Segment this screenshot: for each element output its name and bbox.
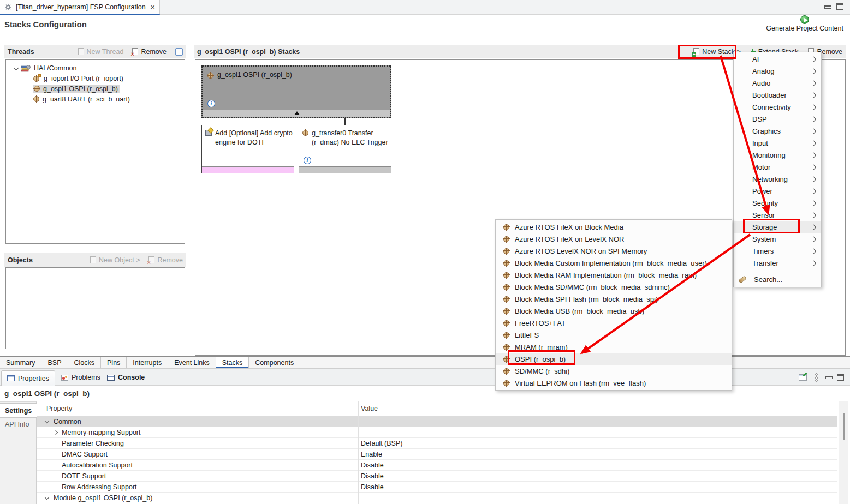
- pin-icon[interactable]: [799, 374, 807, 381]
- new-thread-button[interactable]: New Thread: [78, 48, 124, 56]
- chevron-right-icon: [811, 68, 817, 74]
- tab-problems-view[interactable]: Problems: [61, 369, 100, 386]
- chevron-down-icon[interactable]: [14, 65, 19, 71]
- objects-panel: [5, 267, 185, 349]
- storage-item-littlefs[interactable]: LittleFS: [496, 329, 732, 341]
- tab-api-info[interactable]: API Info: [0, 418, 37, 431]
- storage-item-block-media-ram[interactable]: Block Media RAM Implementation (rm_block…: [496, 269, 732, 281]
- storage-item-ospi[interactable]: OSPI (r_ospi_b): [496, 353, 732, 365]
- info-icon[interactable]: [304, 157, 311, 164]
- collapse-all-icon[interactable]: [175, 48, 183, 56]
- property-name: Memory-mapping Support: [62, 427, 141, 438]
- module-icon: [503, 236, 509, 242]
- menu-item-motor[interactable]: Motor: [734, 161, 821, 173]
- storage-item-block-media-custom[interactable]: Block Media Custom Implementation (rm_bl…: [496, 257, 732, 269]
- table-row-dmac-support[interactable]: DMAC Support Enable: [37, 449, 837, 460]
- storage-item-label: MRAM (r_mram): [515, 343, 568, 351]
- tab-pins[interactable]: Pins: [101, 357, 127, 368]
- chevron-right-icon[interactable]: [54, 430, 58, 435]
- storage-item-block-media-usb[interactable]: Block Media USB (rm_block_media_usb): [496, 305, 732, 317]
- chevron-right-icon: [811, 260, 817, 266]
- menu-item-networking[interactable]: Networking: [734, 173, 821, 185]
- storage-item-mram[interactable]: MRAM (r_mram): [496, 341, 732, 353]
- new-object-button[interactable]: New Object >: [90, 256, 140, 264]
- storage-item-label: Block Media Custom Implementation (rm_bl…: [515, 259, 707, 267]
- tab-bsp[interactable]: BSP: [41, 357, 68, 368]
- table-row-autocalibration[interactable]: Autocalibration Support Disable: [37, 460, 837, 471]
- menu-item-ai[interactable]: AI: [734, 53, 821, 65]
- menu-item-analog[interactable]: Analog: [734, 65, 821, 77]
- menu-item-timers[interactable]: Timers: [734, 245, 821, 257]
- storage-item-filex-block-media[interactable]: Azure RTOS FileX on Block Media: [496, 221, 732, 233]
- tab-interrupts[interactable]: Interrupts: [127, 357, 168, 368]
- menu-item-graphics[interactable]: Graphics: [734, 125, 821, 137]
- close-icon[interactable]: ×: [150, 3, 155, 11]
- properties-view-label: Properties: [18, 375, 49, 382]
- gear-icon: [4, 3, 12, 11]
- menu-item-connectivity[interactable]: Connectivity: [734, 101, 821, 113]
- menu-item-audio[interactable]: Audio: [734, 77, 821, 89]
- module-box-ospi[interactable]: g_ospi1 OSPI (r_ospi_b): [201, 65, 391, 118]
- value-column-header: Value: [361, 401, 378, 416]
- menu-item-system[interactable]: System: [734, 233, 821, 245]
- chevron-down-icon[interactable]: [45, 495, 49, 500]
- tab-clocks[interactable]: Clocks: [68, 357, 102, 368]
- column-divider: [358, 401, 359, 504]
- new-object-icon: [90, 256, 96, 263]
- tree-item-hal-common[interactable]: HAL/Common: [6, 63, 185, 73]
- storage-item-levelx-nor-spi[interactable]: Azure RTOS LevelX NOR on SPI Memory: [496, 245, 732, 257]
- storage-item-block-media-spi[interactable]: Block Media SPI Flash (rm_block_media_sp…: [496, 293, 732, 305]
- objects-title: Objects: [8, 256, 33, 264]
- table-row-common[interactable]: Common: [37, 416, 837, 427]
- chevron-down-icon[interactable]: [45, 419, 49, 423]
- menu-item-label: Timers: [752, 247, 812, 255]
- tab-console-view[interactable]: Console: [107, 369, 145, 386]
- menu-item-storage[interactable]: Storage: [734, 221, 821, 233]
- menu-item-bootloader[interactable]: Bootloader: [734, 89, 821, 101]
- tab-summary[interactable]: Summary: [0, 357, 41, 368]
- menu-item-sensor[interactable]: Sensor: [734, 209, 821, 221]
- view-menu-icon[interactable]: [815, 373, 818, 382]
- tree-item-ospi[interactable]: g_ospi1 OSPI (r_ospi_b): [6, 83, 185, 94]
- scrollbar[interactable]: [839, 401, 848, 504]
- menu-item-input[interactable]: Input: [734, 137, 821, 149]
- remove-thread-button[interactable]: Remove: [132, 48, 167, 56]
- storage-item-freertos-fat[interactable]: FreeRTOS+FAT: [496, 317, 732, 329]
- module-box-add-crypto[interactable]: Add [Optional] Add crypto engine for DOT…: [201, 125, 294, 173]
- module-icon: [503, 224, 509, 230]
- storage-item-sdmmc[interactable]: SD/MMC (r_sdhi): [496, 365, 732, 377]
- maximize-icon[interactable]: [836, 3, 843, 10]
- menu-item-search[interactable]: Search...: [734, 273, 821, 286]
- table-row-parameter-checking[interactable]: Parameter Checking Default (BSP): [37, 438, 837, 449]
- tab-properties-view[interactable]: Properties: [1, 370, 55, 386]
- menu-item-security[interactable]: Security: [734, 197, 821, 209]
- menu-item-dsp[interactable]: DSP: [734, 113, 821, 125]
- tree-item-uart[interactable]: g_uart8 UART (r_sci_b_uart): [6, 94, 185, 104]
- minimize-icon[interactable]: [825, 376, 833, 379]
- chevron-right-icon: [811, 236, 817, 242]
- menu-item-monitoring[interactable]: Monitoring: [734, 149, 821, 161]
- tab-stacks[interactable]: Stacks: [216, 357, 249, 368]
- tab-components[interactable]: Components: [249, 357, 300, 368]
- info-icon[interactable]: [207, 100, 215, 107]
- table-row-module[interactable]: Module g_ospi1 OSPI (r_ospi_b): [37, 493, 837, 503]
- tab-label: Interrupts: [133, 359, 162, 367]
- editor-tab[interactable]: [Titan_driver_hyperram] FSP Configuratio…: [0, 0, 160, 15]
- storage-item-filex-levelx-nor[interactable]: Azure RTOS FileX on LevelX NOR: [496, 233, 732, 245]
- table-row-memory-mapping[interactable]: Memory-mapping Support: [37, 427, 837, 438]
- menu-item-transfer[interactable]: Transfer: [734, 257, 821, 269]
- tab-event-links[interactable]: Event Links: [168, 357, 216, 368]
- table-row-dotf-support[interactable]: DOTF Support Disable: [37, 471, 837, 482]
- menu-item-power[interactable]: Power: [734, 185, 821, 197]
- remove-object-button[interactable]: Remove: [148, 256, 183, 264]
- generate-project-content-button[interactable]: Generate Project Content: [766, 15, 843, 32]
- minimize-icon[interactable]: [824, 5, 831, 9]
- storage-item-block-media-sdmmc[interactable]: Block Media SD/MMC (rm_block_media_sdmmc…: [496, 281, 732, 293]
- table-row-row-addressing[interactable]: Row Addressing Support Disable: [37, 482, 837, 493]
- tab-settings[interactable]: Settings: [0, 403, 37, 418]
- storage-item-virtual-eeprom[interactable]: Virtual EEPROM on Flash (rm_vee_flash): [496, 377, 732, 389]
- maximize-icon[interactable]: [837, 374, 844, 381]
- scrollbar-thumb[interactable]: [843, 413, 845, 440]
- module-box-transfer[interactable]: g_transfer0 Transfer (r_dmac) No ELC Tri…: [299, 125, 391, 173]
- tree-item-ioport[interactable]: g_ioport I/O Port (r_ioport): [6, 73, 185, 83]
